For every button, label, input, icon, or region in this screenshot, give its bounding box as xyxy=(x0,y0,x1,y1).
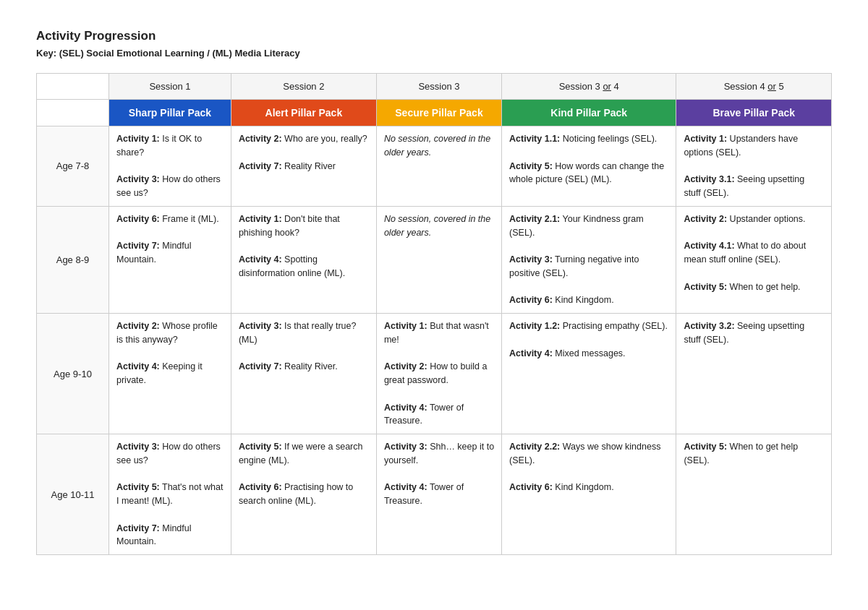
activity-cell: Activity 2.1: Your Kindness gram (SEL).A… xyxy=(502,206,676,313)
activity-cell: Activity 5: When to get help (SEL). xyxy=(676,434,832,555)
session-3or4-header: Session 3 or 4 xyxy=(502,74,676,100)
session-2-header: Session 2 xyxy=(231,74,376,100)
activity-cell: No session, covered in the older years. xyxy=(376,126,501,207)
session-3-header: Session 3 xyxy=(376,74,501,100)
activity-cell: Activity 3: Is that really true? (ML)Act… xyxy=(231,314,376,434)
activity-cell: Activity 1: Upstanders have options (SEL… xyxy=(676,126,832,207)
activity-cell: Activity 2: Who are you, really?Activity… xyxy=(231,126,376,207)
activity-cell: Activity 3: Shh… keep it to yourself.Act… xyxy=(376,434,501,555)
pillar-sharp: Sharp Pillar Pack xyxy=(109,100,231,126)
age-label: Age 9-10 xyxy=(37,314,109,434)
age-label: Age 10-11 xyxy=(37,434,109,555)
age-label: Age 8-9 xyxy=(37,206,109,313)
session-4or5-header: Session 4 or 5 xyxy=(676,74,832,100)
activity-cell: Activity 1: Is it OK to share?Activity 3… xyxy=(109,126,231,207)
pillar-brave: Brave Pillar Pack xyxy=(676,100,832,126)
table-row: Age 9-10Activity 2: Whose profile is thi… xyxy=(37,314,832,434)
table-row: Age 8-9Activity 6: Frame it (ML).Activit… xyxy=(37,206,832,313)
page-subtitle: Key: (SEL) Social Emotional Learning / (… xyxy=(36,48,832,59)
activity-cell: No session, covered in the older years. xyxy=(376,206,501,313)
activity-cell: Activity 3.2: Seeing upsetting stuff (SE… xyxy=(676,314,832,434)
activity-cell: Activity 2: Upstander options.Activity 4… xyxy=(676,206,832,313)
pillar-secure: Secure Pillar Pack xyxy=(376,100,501,126)
pillar-kind: Kind Pillar Pack xyxy=(502,100,676,126)
activity-cell: Activity 1: But that wasn't me!Activity … xyxy=(376,314,501,434)
activity-cell: Activity 1.1: Noticing feelings (SEL).Ac… xyxy=(502,126,676,207)
activity-cell: Activity 6: Frame it (ML).Activity 7: Mi… xyxy=(109,206,231,313)
table-row: Age 7-8Activity 1: Is it OK to share?Act… xyxy=(37,126,832,207)
pillar-alert: Alert Pillar Pack xyxy=(231,100,376,126)
activity-cell: Activity 1.2: Practising empathy (SEL).A… xyxy=(502,314,676,434)
activity-cell: Activity 1: Don't bite that phishing hoo… xyxy=(231,206,376,313)
page-title: Activity Progression xyxy=(36,29,832,43)
activity-cell: Activity 2: Whose profile is this anyway… xyxy=(109,314,231,434)
session-1-header: Session 1 xyxy=(109,74,231,100)
table-row: Age 10-11Activity 3: How do others see u… xyxy=(37,434,832,555)
activity-table: Session 1 Session 2 Session 3 Session 3 … xyxy=(36,73,832,555)
activity-cell: Activity 3: How do others see us?Activit… xyxy=(109,434,231,555)
age-label: Age 7-8 xyxy=(37,126,109,207)
activity-cell: Activity 2.2: Ways we show kindness (SEL… xyxy=(502,434,676,555)
activity-cell: Activity 5: If we were a search engine (… xyxy=(231,434,376,555)
